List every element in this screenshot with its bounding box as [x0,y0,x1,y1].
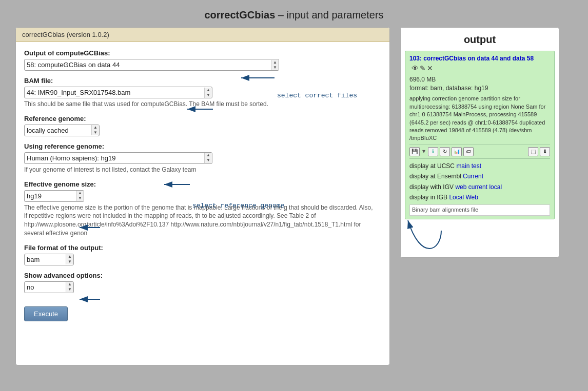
effective-size-label: Effective genome size: [24,180,381,188]
download-icon[interactable]: ⬇ [540,147,550,156]
igb-web-link[interactable]: Web [465,194,478,201]
igv-web-link[interactable]: web [455,183,466,191]
bam-desc: This should be same file that was used f… [24,100,381,109]
close-icon[interactable]: ✕ [427,63,433,73]
effective-size-spinner: ▲ ▼ [76,191,84,201]
using-ref-label: Using reference genome: [24,142,381,150]
binary-label: Binary bam alignments file [409,204,550,216]
output-header: output [401,28,559,51]
advanced-spinner: ▲ ▼ [66,282,73,292]
igb-label: display in IGB [409,194,447,201]
ref-genome-spinner-down[interactable]: ▼ [92,130,99,135]
ref-genome-spinner-up[interactable]: ▲ [92,125,99,130]
display-links: display at UCSC main test display at Ens… [409,161,550,203]
igb-local-link[interactable]: Local [449,194,464,201]
eye-icon[interactable]: 👁 [411,63,419,73]
bam-field: BAM file: 44: IMR90_Input_SRX017548.bam … [24,77,381,109]
bam-spinner-up[interactable]: ▲ [205,88,212,93]
effective-size-select[interactable]: hg19 [25,191,76,201]
effective-size-field: Effective genome size: hg19 ▲ ▼ The effe… [24,180,381,238]
bam-label: BAM file: [24,77,381,85]
output-compute-label: Output of computeGCBias: [24,49,381,57]
spinner-up[interactable]: ▲ [271,60,279,65]
using-ref-select[interactable]: Human (Homo sapiens): hg19 [25,153,204,163]
advanced-field: Show advanced options: no yes ▲ ▼ [24,272,381,293]
save-icon[interactable]: 💾 [409,147,420,156]
output-separator-1 [409,145,550,145]
output-title-row: 103: correctGCbias on data 44 and data 5… [409,54,550,74]
ref-genome-spinner: ▲ ▼ [91,125,99,135]
fmt-spinner-up[interactable]: ▲ [66,254,73,259]
panel-header-text: correctGCbias (version 1.0.2) [22,31,109,38]
execute-container: Execute [24,301,381,321]
ensembl-link[interactable]: Current [463,173,483,180]
using-ref-desc: If your genome of interest is not listed… [24,166,381,174]
adv-spinner-up[interactable]: ▲ [66,282,73,287]
output-compute-select[interactable]: 58: computeGCBias on data 44 [25,59,271,70]
output-compute-field: Output of computeGCBias: 58: computeGCBi… [24,49,381,71]
expand-icon[interactable]: ⬚ [528,147,538,156]
using-ref-spinner-up[interactable]: ▲ [205,153,212,158]
output-icons: 👁 ✎ ✕ [411,63,433,73]
rerun-icon[interactable]: ↻ [440,147,450,156]
output-format: format: bam, database: hg19 [409,84,550,93]
bam-spinner: ▲ ▼ [204,88,212,98]
using-ref-spinner-down[interactable]: ▼ [205,158,212,163]
toolbar-sep: ▾ [422,147,425,156]
effective-size-desc: The effective genome size is the portion… [24,203,373,238]
file-format-field: File format of the output: bam ▲ ▼ [24,244,381,265]
advanced-select[interactable]: no yes [25,282,66,293]
output-compute-spinner: ▲ ▼ [271,60,279,70]
ref-genome-field: Reference genome: locally cached ▲ ▼ [24,115,381,136]
advanced-label: Show advanced options: [24,272,381,279]
igv-label: display with IGV [409,183,454,191]
output-panel: output 103: correctGCbias on data 44 and… [400,27,559,258]
ucsc-test-link[interactable]: test [472,162,481,170]
output-log: applying correction genome partition siz… [409,95,550,142]
eff-spinner-down[interactable]: ▼ [76,196,84,201]
ucsc-label: display at UCSC [409,162,455,170]
execute-button[interactable]: Execute [24,306,68,321]
advanced-select-box: no yes ▲ ▼ [24,281,74,293]
file-format-select[interactable]: bam [25,254,66,265]
title-suffix: input and parameters [287,9,384,20]
fmt-spinner-down[interactable]: ▼ [66,259,73,264]
ensembl-label: display at Ensembl [409,173,461,180]
bam-select-box: 44: IMR90_Input_SRX017548.bam ▲ ▼ [24,87,212,98]
ucsc-row: display at UCSC main test [409,161,550,171]
spinner-down[interactable]: ▼ [271,65,279,70]
output-block: 103: correctGCbias on data 44 and data 5… [405,51,555,219]
igv-row: display with IGV web current local [409,182,550,192]
bam-spinner-down[interactable]: ▼ [205,93,212,98]
visualize-icon[interactable]: 📊 [452,147,462,156]
eff-spinner-up[interactable]: ▲ [76,191,84,196]
output-compute-select-box: 58: computeGCBias on data 44 ▲ ▼ [24,59,279,71]
title-tool: correctGCbias [204,9,275,20]
bam-select[interactable]: 44: IMR90_Input_SRX017548.bam [25,87,204,98]
pencil-icon[interactable]: ✎ [420,63,426,73]
using-ref-spinner: ▲ ▼ [204,153,212,163]
output-separator-2 [409,158,550,159]
file-format-spinner: ▲ ▼ [66,254,73,264]
effective-size-select-box: hg19 ▲ ▼ [24,190,84,202]
panel-header: correctGCbias (version 1.0.2) [16,28,389,42]
adv-spinner-down[interactable]: ▼ [66,287,73,292]
using-ref-select-box: Human (Homo sapiens): hg19 ▲ ▼ [24,152,212,164]
using-ref-field: Using reference genome: Human (Homo sapi… [24,142,381,174]
igv-local-link[interactable]: local [489,183,502,191]
input-panel: correctGCbias (version 1.0.2) Output of … [15,27,390,365]
output-toolbar: 💾 ▾ ℹ ↻ 📊 🏷 ⬚ ⬇ [409,147,550,156]
output-title-link[interactable]: 103: correctGCbias on data 44 and data 5… [409,55,534,62]
file-format-select-box: bam ▲ ▼ [24,254,74,265]
igb-row: display in IGB Local Web [409,192,550,202]
ref-genome-label: Reference genome: [24,115,381,122]
tags-icon[interactable]: 🏷 [463,147,474,156]
igv-current-link[interactable]: current [468,183,487,191]
info-icon[interactable]: ℹ [428,147,438,156]
ref-genome-select-box: locally cached ▲ ▼ [24,125,100,136]
file-format-label: File format of the output: [24,244,381,252]
ref-genome-select[interactable]: locally cached [25,125,91,136]
ensembl-row: display at Ensembl Current [409,171,550,181]
title-separator: – [278,9,284,20]
ucsc-main-link[interactable]: main [456,162,469,170]
